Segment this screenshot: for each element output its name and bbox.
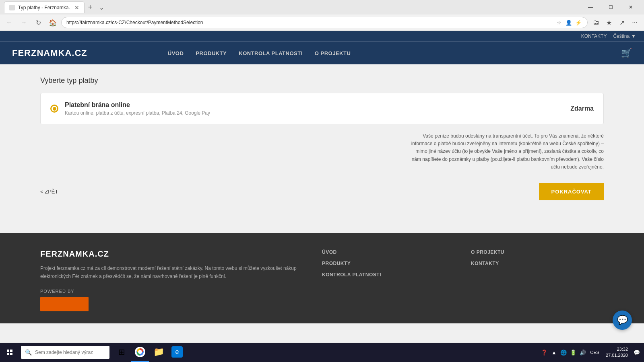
nav-produkty[interactable]: PRODUKTY — [196, 50, 227, 56]
svg-point-2 — [138, 350, 142, 354]
start-button[interactable] — [0, 343, 19, 362]
chat-button[interactable]: 💬 — [613, 311, 632, 330]
footer-kontrola-link[interactable]: KONTROLA PLATNOSTI — [322, 272, 455, 278]
footer-nav-col2: O PROJEKTU KONTAKTY — [471, 249, 604, 311]
taskbar-search[interactable]: 🔍 — [21, 346, 109, 359]
payment-name: Platební brána online — [65, 101, 570, 109]
footer-logo[interactable]: FERZNAMKA.CZ — [40, 249, 306, 259]
taskbar-language[interactable]: CES — [588, 350, 601, 355]
notification-icon[interactable]: 💬 — [633, 348, 641, 356]
payment-radio-button[interactable] — [50, 105, 58, 113]
tab-list-button[interactable]: ⌄ — [96, 2, 107, 13]
battery-icon[interactable]: 🔋 — [569, 348, 577, 356]
forward-button[interactable]: → — [18, 16, 30, 29]
chrome-icon — [134, 346, 146, 358]
reload-button[interactable]: ↻ — [32, 16, 44, 29]
taskbar-search-input[interactable] — [35, 350, 105, 355]
language-chevron-icon: ▼ — [631, 33, 636, 39]
footer-brand: FERZNAMKA.CZ Projekt ferznamka.cz má za … — [40, 249, 306, 311]
collections-button[interactable]: 🗂 — [590, 16, 602, 29]
taskbar: 🔍 ⊞ 📁 e ❓ ▲ — [0, 343, 644, 362]
bookmark-icon[interactable]: ☆ — [555, 19, 563, 27]
network-up-icon[interactable]: ▲ — [550, 348, 558, 356]
home-button[interactable]: 🏠 — [47, 16, 59, 29]
files-icon: 📁 — [153, 346, 164, 358]
tab-close-btn[interactable]: ✕ — [74, 4, 79, 11]
share-button[interactable]: ↗ — [616, 16, 628, 29]
tab-title: Typ platby - Ferznamka. — [18, 5, 70, 10]
profile-icon[interactable]: 👤 — [565, 19, 573, 27]
payment-info: Platební brána online Kartou online, pla… — [65, 101, 570, 116]
payment-price: Zdarma — [570, 105, 594, 112]
radio-inner — [53, 107, 56, 111]
info-text: Vaše peníze budou odeslány na transparen… — [411, 132, 604, 171]
footer-produkty-link[interactable]: PRODUKTY — [322, 261, 455, 266]
back-button[interactable]: < ZPĚT — [40, 189, 58, 195]
cart-icon[interactable]: 🛒 — [621, 48, 632, 58]
site-footer: FERZNAMKA.CZ Projekt ferznamka.cz má za … — [0, 233, 644, 323]
nav-uvod[interactable]: ÚVOD — [168, 50, 184, 56]
powered-by-logo — [40, 297, 89, 311]
nav-projekt[interactable]: O PROJEKTU — [315, 50, 351, 56]
main-nav: ÚVOD PRODUKTY KONTROLA PLATNOSTI O PROJE… — [168, 50, 621, 56]
back-button[interactable]: ← — [3, 16, 15, 29]
extensions-icon[interactable]: ⚡ — [574, 19, 582, 27]
taskbar-edge[interactable]: e — [168, 343, 186, 362]
taskbar-apps: ⊞ 📁 e — [113, 343, 186, 362]
language-label: Čeština — [613, 33, 630, 39]
main-content: Vyberte typ platby Platební brána online… — [0, 64, 644, 233]
task-view-icon: ⊞ — [116, 346, 127, 358]
language-selector[interactable]: Čeština ▼ — [613, 33, 636, 39]
page-title: Vyberte typ platby — [40, 76, 604, 85]
footer-nav-col1: ÚVOD PRODUKTY KONTROLA PLATNOSTI — [322, 249, 455, 311]
footer-uvod-link[interactable]: ÚVOD — [322, 249, 455, 255]
browser-tab[interactable]: Typ platby - Ferznamka. ✕ — [4, 1, 85, 13]
continue-button[interactable]: POKRAČOVAT — [539, 183, 604, 200]
taskbar-clock[interactable]: 23:32 27.01.2020 — [603, 346, 631, 359]
powered-by-label: POWERED BY — [40, 289, 306, 294]
payment-desc: Kartou online, platba z účtu, expresní p… — [65, 110, 570, 116]
payment-option-card[interactable]: Platební brána online Kartou online, pla… — [40, 93, 604, 124]
settings-button[interactable]: ··· — [629, 16, 641, 29]
taskbar-files[interactable]: 📁 — [150, 343, 167, 362]
taskbar-search-icon: 🔍 — [25, 349, 32, 356]
windows-icon — [7, 350, 12, 355]
footer-projekt-link[interactable]: O PROJEKTU — [471, 249, 604, 255]
clock-date: 27.01.2020 — [606, 352, 628, 358]
favorites-button[interactable]: ★ — [603, 16, 615, 29]
volume-icon[interactable]: 🔊 — [579, 348, 587, 356]
site-header: FERZNAMKA.CZ ÚVOD PRODUKTY KONTROLA PLAT… — [0, 41, 644, 64]
top-utility-bar: KONTAKTY Čeština ▼ — [0, 31, 644, 41]
close-button[interactable]: ✕ — [621, 0, 640, 14]
nav-buttons: < ZPĚT POKRAČOVAT — [40, 183, 604, 200]
address-bar[interactable]: https://fairznamka.cz/cs-CZ/Checkout/Pay… — [61, 17, 588, 28]
clock-time: 23:32 — [606, 346, 628, 352]
network-icon[interactable]: 🌐 — [559, 348, 568, 356]
taskbar-task-view[interactable]: ⊞ — [113, 343, 130, 362]
new-tab-button[interactable]: + — [85, 2, 96, 13]
minimize-button[interactable]: — — [581, 0, 600, 14]
nav-kontrola[interactable]: KONTROLA PLATNOSTI — [239, 50, 303, 56]
kontakty-link[interactable]: KONTAKTY — [581, 33, 607, 39]
maximize-button[interactable]: ☐ — [601, 0, 620, 14]
help-icon[interactable]: ❓ — [540, 348, 548, 356]
footer-desc: Projekt ferznamka.cz má za cíl demonstro… — [40, 264, 306, 281]
footer-kontakty-link[interactable]: KONTAKTY — [471, 261, 604, 266]
site-logo[interactable]: FERZNAMKA.CZ — [12, 48, 87, 58]
url-text: https://fairznamka.cz/cs-CZ/Checkout/Pay… — [66, 20, 203, 25]
tab-favicon — [9, 5, 15, 10]
edge-icon: e — [171, 346, 183, 358]
taskbar-chrome[interactable] — [131, 343, 149, 362]
systray: ❓ ▲ 🌐 🔋 🔊 CES 23:32 27.01.2020 💬 — [540, 346, 644, 359]
